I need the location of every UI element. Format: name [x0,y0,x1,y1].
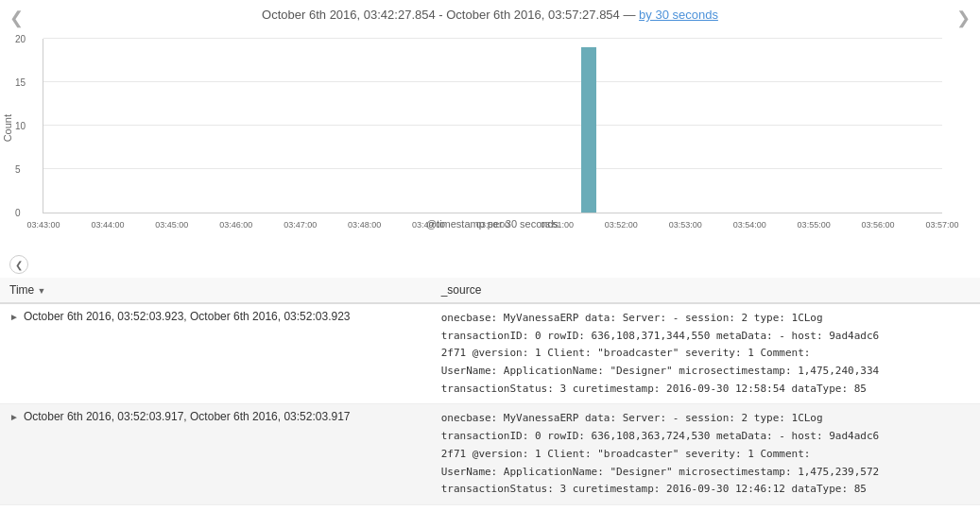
x-tick-label: 03:56:00 [862,220,895,230]
source-cell: onecbase: MyVanessaERP data: Server: - s… [432,303,980,404]
y-tick-label: 20 [15,34,26,44]
time-value: October 6th 2016, 03:52:03.917, October … [24,410,351,423]
prev-page-button[interactable]: ❮ [9,255,28,274]
y-grid-line [43,38,942,39]
histogram-chart: Count 2015105003:43:0003:44:0003:45:0003… [0,29,980,251]
y-grid-line [43,81,942,82]
nav-right-button[interactable]: ❯ [956,8,971,28]
table-row: ►October 6th 2016, 03:52:03.917, October… [0,404,980,504]
expand-button[interactable]: ► [9,312,19,322]
sort-arrow-icon: ▼ [38,286,46,296]
x-tick-label: 03:47:00 [284,220,317,230]
chart-area: 2015105003:43:0003:44:0003:45:0003:46:00… [43,39,942,213]
x-tick-label: 03:45:00 [155,220,188,230]
source-column-header: _source [432,278,980,303]
time-value: October 6th 2016, 03:52:03.923, October … [24,310,351,323]
y-axis-label: Count [2,114,13,142]
table-row: ►October 6th 2016, 03:52:03.923, October… [0,303,980,404]
x-tick-label: 03:51:00 [541,220,574,230]
x-tick-label: 03:43:00 [26,220,60,230]
results-table: Time ▼ _source ►October 6th 2016, 03:52:… [0,278,980,505]
y-tick-label: 0 [15,208,21,218]
y-grid-line [43,168,942,169]
y-tick-label: 10 [15,121,26,131]
expand-button[interactable]: ► [9,412,19,422]
date-range-text: October 6th 2016, 03:42:27.854 - October… [262,8,620,22]
x-tick-label: 03:54:00 [733,220,766,230]
x-tick-label: 03:44:00 [91,220,124,230]
x-tick-label: 03:48:00 [348,220,381,230]
pagination-row: ❮ [0,251,980,278]
x-tick-label: 03:52:00 [605,220,638,230]
histogram-bar [581,47,596,213]
y-tick-label: 15 [15,77,26,88]
table-header-row: Time ▼ _source [0,278,980,303]
source-cell: onecbase: MyVanessaERP data: Server: - s… [432,404,980,504]
time-interval-link[interactable]: by 30 seconds [639,8,718,22]
x-tick-label: 03:57:00 [925,220,958,230]
y-tick-label: 5 [15,164,21,175]
x-tick-label: 03:46:00 [219,220,252,230]
separator: — [620,8,639,22]
time-column-header[interactable]: Time ▼ [0,278,432,303]
x-tick-label: 03:49:00 [412,220,445,230]
x-tick-label: 03:53:00 [669,220,702,230]
y-grid-line [43,125,942,126]
page-header: ❮ October 6th 2016, 03:42:27.854 - Octob… [0,0,980,29]
time-cell: ►October 6th 2016, 03:52:03.923, October… [0,303,432,404]
x-tick-label: 03:55:00 [798,220,831,230]
time-cell: ►October 6th 2016, 03:52:03.917, October… [0,404,432,504]
nav-left-button[interactable]: ❮ [9,8,24,28]
x-tick-label: 03:50:00 [476,220,509,230]
